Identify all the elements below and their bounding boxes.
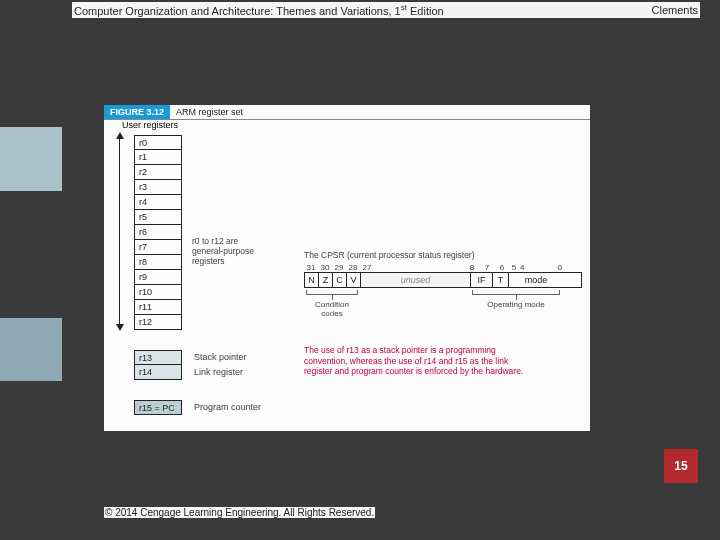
cpsr-title: The CPSR (current processor status regis… <box>304 250 582 260</box>
stack-pointer-label: Stack pointer <box>194 352 247 362</box>
register-cell: r12 <box>134 315 182 330</box>
register-cell: r13 <box>134 350 182 365</box>
operating-mode-label: Operating mode <box>470 300 562 309</box>
cpsr-diagram: The CPSR (current processor status regis… <box>304 250 582 318</box>
figure: FIGURE 3.12 ARM register set User regist… <box>104 105 590 431</box>
register-cell: r8 <box>134 255 182 270</box>
link-register-label: Link register <box>194 367 243 377</box>
author-name: Clements <box>652 4 698 16</box>
program-counter-label: Program counter <box>194 402 261 412</box>
slide-header: Computer Organization and Architecture: … <box>72 2 700 18</box>
register-cell: r9 <box>134 270 182 285</box>
register-cell: r14 <box>134 365 182 380</box>
register-cell: r15 = PC <box>134 400 182 415</box>
register-cell: r11 <box>134 300 182 315</box>
page-number: 15 <box>674 459 687 473</box>
register-cell: r6 <box>134 225 182 240</box>
bracket-line <box>119 139 120 324</box>
register-cell: r1 <box>134 150 182 165</box>
figure-caption: ARM register set <box>170 105 243 119</box>
register-cell: r4 <box>134 195 182 210</box>
register-column-title: User registers <box>122 120 178 130</box>
register-cell: r2 <box>134 165 182 180</box>
register-cell: r3 <box>134 180 182 195</box>
copyright-text: © 2014 Cengage Learning Engineering. All… <box>104 507 375 518</box>
figure-number: FIGURE 3.12 <box>104 105 170 119</box>
arrow-up-icon <box>116 132 124 139</box>
register-cell: r7 <box>134 240 182 255</box>
footnote-text: The use of r13 as a stack pointer is a p… <box>304 345 582 377</box>
cpsr-under-labels: Condition codes Operating mode <box>304 290 582 318</box>
sidebar-stripe <box>0 0 62 540</box>
register-cell: r0 <box>134 135 182 150</box>
arrow-down-icon <box>116 324 124 331</box>
cpsr-bit-numbers: 31 30 29 28 27 8 7 6 5 4 0 <box>304 263 582 272</box>
condition-codes-label: Condition codes <box>304 300 360 318</box>
general-purpose-label: r0 to r12 are general-purpose registers <box>192 236 254 267</box>
register-cell: r10 <box>134 285 182 300</box>
book-title: Computer Organization and Architecture: … <box>74 3 444 17</box>
page-number-badge: 15 <box>664 449 698 483</box>
cpsr-register-row: N Z C V unused IF T mode <box>304 272 582 288</box>
register-cell: r5 <box>134 210 182 225</box>
figure-caption-bar: FIGURE 3.12 ARM register set <box>104 105 590 119</box>
